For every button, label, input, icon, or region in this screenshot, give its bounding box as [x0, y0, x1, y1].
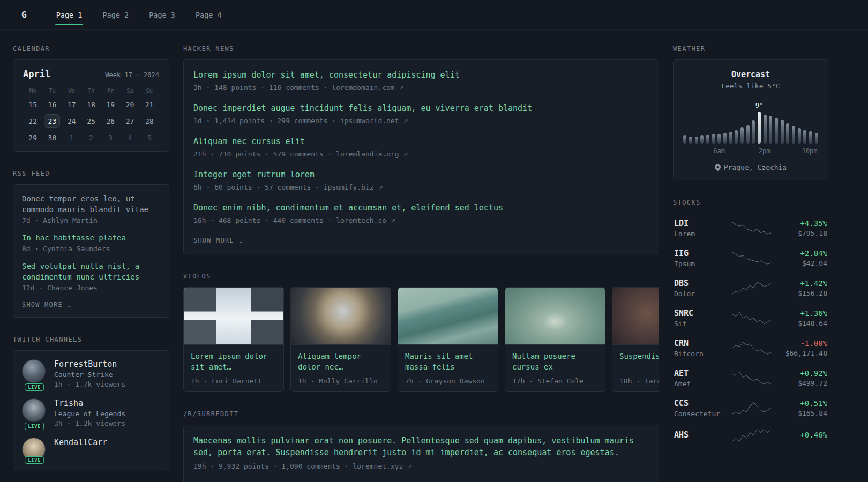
calendar-header: April Week 17 · 2024	[23, 69, 159, 79]
stock-price: $42.04	[774, 259, 827, 267]
app-logo[interactable]: G	[21, 10, 27, 20]
page-tab[interactable]: Page 4	[194, 0, 223, 29]
twitch-channel-row[interactable]: LIVE Trisha League of Legends 3h · 1.2k …	[22, 398, 160, 427]
rss-item-title[interactable]: Sed volutpat nulla nisl, a condimentum n…	[22, 261, 160, 282]
stock-symbol: IIG	[674, 248, 730, 258]
calendar-day[interactable]: 2	[83, 131, 99, 145]
stock-sparkline	[730, 428, 774, 442]
story-domain-link[interactable]: ipsumify.biz ↗	[324, 183, 383, 191]
calendar-day[interactable]: 21	[141, 97, 158, 111]
calendar-day[interactable]: 19	[102, 97, 118, 111]
stock-row[interactable]: AHS +0.46%	[673, 423, 828, 448]
stock-row[interactable]: CCS Consectetur +0.51% $165.84	[673, 393, 828, 423]
story-title[interactable]: Aliquam nec cursus elit	[193, 136, 649, 147]
calendar-day[interactable]: 28	[141, 114, 158, 128]
stock-row[interactable]: AET Amet +0.92% $499.72	[673, 363, 828, 393]
twitch-channel-row[interactable]: LIVE ForrestBurton Counter-Strike 1h · 1…	[22, 359, 160, 388]
video-card[interactable]: Lorem ipsum dolor sit amet consectetu… 1…	[183, 287, 284, 392]
stock-name: Consectetur	[674, 410, 730, 418]
calendar-day[interactable]: 18	[83, 97, 99, 111]
calendar-day[interactable]: 1	[64, 131, 80, 145]
calendar-day[interactable]: 26	[102, 114, 118, 128]
video-title[interactable]: Suspendisse diam	[619, 351, 659, 362]
video-card[interactable]: Nullam posuere cursus ex 17h · Stefan Co…	[505, 287, 605, 392]
weather-bar	[729, 100, 732, 144]
story-domain-link[interactable]: loremtech.co ↗	[336, 216, 395, 224]
external-link-icon: ↗	[403, 151, 408, 158]
weather-bar	[775, 100, 779, 144]
story-domain-link[interactable]: ipsumworld.net ↗	[340, 117, 408, 125]
video-card[interactable]: Mauris sit amet massa felis 7h · Grayson…	[398, 287, 498, 392]
video-card[interactable]: Aliquam tempor dolor nec pharetra… 1h · …	[290, 287, 391, 392]
story-title[interactable]: Integer eget rutrum lorem	[193, 169, 649, 180]
stock-row[interactable]: LDI Lorem +4.35% $795.18	[673, 213, 828, 243]
calendar-day[interactable]: 15	[25, 97, 41, 111]
weather-bar	[752, 100, 755, 144]
stocks-widget: STOCKS LDI Lorem +4.35% $795.18 IIG Ipsu…	[673, 199, 828, 448]
video-title[interactable]: Nullam posuere cursus ex	[512, 351, 598, 372]
stock-identity: DBS Dolor	[674, 278, 730, 298]
story-domain: loremlandia.org	[336, 150, 399, 158]
hackernews-show-more-button[interactable]: SHOW MORE ⌄	[193, 236, 244, 244]
page-tab[interactable]: Page 2	[101, 0, 130, 29]
calendar-day[interactable]: 5	[141, 131, 158, 145]
weather-bar	[803, 100, 807, 144]
calendar-day[interactable]: 3	[102, 131, 118, 145]
calendar-week-info: Week 17 · 2024	[105, 71, 159, 79]
post-title[interactable]: Maecenas mollis pulvinar erat non posuer…	[193, 435, 649, 458]
weather-time-label: 6am	[713, 147, 725, 155]
post-domain-link[interactable]: loremnet.xyz ↗	[353, 462, 412, 470]
weather-now-temp: 9°	[755, 102, 763, 109]
calendar-day[interactable]: 20	[122, 97, 138, 111]
story-meta: 3h · 148 points · 116 comments · loremdo…	[193, 84, 649, 92]
calendar-day[interactable]: 27	[122, 114, 138, 128]
weather-bar	[797, 100, 801, 144]
video-title[interactable]: Aliquam tempor dolor nec pharetra…	[298, 351, 384, 372]
calendar-day[interactable]: 22	[25, 114, 41, 128]
calendar-day[interactable]: 25	[83, 114, 99, 128]
story-title[interactable]: Donec enim nibh, condimentum et accumsan…	[193, 202, 649, 214]
calendar-day[interactable]: 24	[64, 114, 80, 128]
channel-name[interactable]: KendallCarr	[54, 438, 107, 447]
rss-widget: RSS FEED Donec tempor eros leo, ut commo…	[13, 170, 169, 318]
channel-name[interactable]: ForrestBurton	[54, 359, 125, 369]
dashboard-content: CALENDAR April Week 17 · 2024 Mo Tu We T…	[0, 30, 868, 482]
calendar-day[interactable]: 29	[25, 131, 41, 145]
stock-name: Lorem	[674, 230, 730, 238]
subreddit-post-list: Maecenas mollis pulvinar erat non posuer…	[193, 435, 649, 470]
page-tab[interactable]: Page 3	[148, 0, 176, 29]
calendar-day[interactable]: 16	[44, 97, 60, 111]
videos-heading: VIDEOS	[183, 273, 659, 280]
stock-row[interactable]: CRN Bitcorn -1.00% $66,171.48	[673, 333, 828, 363]
video-title[interactable]: Mauris sit amet massa felis	[405, 351, 491, 372]
video-title[interactable]: Lorem ipsum dolor sit amet consectetu…	[191, 351, 276, 372]
twitch-channel-row[interactable]: LIVE KendallCarr	[22, 438, 160, 461]
page-tab[interactable]: Page 1	[55, 0, 84, 29]
video-info: Nullam posuere cursus ex 17h · Stefan Co…	[505, 345, 605, 391]
calendar-day[interactable]: 30	[44, 131, 60, 145]
video-card[interactable]: Suspendisse diam 18h · Tara	[612, 287, 659, 392]
rss-item-title[interactable]: In hac habitasse platea	[22, 232, 160, 243]
stock-row[interactable]: SNRC Sit +1.36% $148.64	[673, 303, 828, 333]
separator-dot: ·	[136, 71, 140, 79]
stock-row[interactable]: IIG Ipsum +2.84% $42.04	[673, 243, 828, 273]
stock-row[interactable]: DBS Dolor +1.42% $156.28	[673, 273, 828, 303]
stock-values: +4.35% $795.18	[774, 219, 827, 237]
story-title[interactable]: Donec imperdiet augue tincidunt felis al…	[193, 103, 649, 114]
story-domain-link[interactable]: loremdomain.com ↗	[332, 84, 403, 92]
calendar-day[interactable]: 23	[44, 114, 60, 128]
channel-name[interactable]: Trisha	[54, 398, 125, 408]
stock-sparkline	[730, 281, 774, 295]
rss-heading: RSS FEED	[13, 170, 169, 177]
weather-bar	[712, 100, 715, 144]
stock-sparkline	[730, 401, 774, 415]
calendar-weekday-row: Mo Tu We Th Fr Sa Su	[23, 87, 159, 94]
rss-show-more-button[interactable]: SHOW MORE ⌄	[22, 300, 73, 308]
calendar-day[interactable]: 4	[122, 131, 138, 145]
story-title[interactable]: Lorem ipsum dolor sit amet, consectetur …	[193, 70, 649, 81]
rss-item-title[interactable]: Donec tempor eros leo, ut commodo mauris…	[22, 193, 160, 215]
calendar-day[interactable]: 17	[64, 97, 80, 111]
stock-values: +0.92% $499.72	[774, 369, 827, 387]
channel-avatar-wrap: LIVE	[22, 359, 47, 388]
story-domain-link[interactable]: loremlandia.org ↗	[336, 150, 408, 158]
